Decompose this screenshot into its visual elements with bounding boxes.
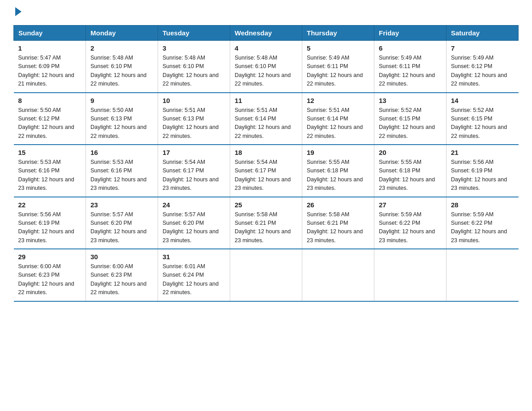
day-number: 20 xyxy=(379,149,442,156)
day-info: Sunrise: 5:51 AMSunset: 6:14 PMDaylight:… xyxy=(307,107,363,139)
day-info: Sunrise: 5:50 AMSunset: 6:12 PMDaylight:… xyxy=(18,107,74,139)
day-info: Sunrise: 6:00 AMSunset: 6:23 PMDaylight:… xyxy=(90,263,146,295)
calendar-cell: 3 Sunrise: 5:48 AMSunset: 6:10 PMDayligh… xyxy=(158,41,230,93)
day-info: Sunrise: 5:47 AMSunset: 6:09 PMDaylight:… xyxy=(18,55,74,87)
day-number: 9 xyxy=(90,97,153,104)
calendar-cell: 17 Sunrise: 5:54 AMSunset: 6:17 PMDaylig… xyxy=(158,145,230,197)
day-number: 23 xyxy=(90,201,153,209)
col-header-wednesday: Wednesday xyxy=(230,26,302,41)
calendar-cell: 2 Sunrise: 5:48 AMSunset: 6:10 PMDayligh… xyxy=(86,41,158,93)
calendar-cell: 6 Sunrise: 5:49 AMSunset: 6:11 PMDayligh… xyxy=(374,41,446,93)
day-info: Sunrise: 5:59 AMSunset: 6:22 PMDaylight:… xyxy=(451,211,507,244)
calendar-cell: 15 Sunrise: 5:53 AMSunset: 6:16 PMDaylig… xyxy=(14,145,86,197)
day-number: 28 xyxy=(451,201,514,209)
col-header-thursday: Thursday xyxy=(302,26,374,41)
day-info: Sunrise: 5:59 AMSunset: 6:22 PMDaylight:… xyxy=(379,211,435,244)
day-number: 29 xyxy=(18,253,82,261)
day-info: Sunrise: 5:52 AMSunset: 6:15 PMDaylight:… xyxy=(451,107,507,139)
calendar-cell: 23 Sunrise: 5:57 AMSunset: 6:20 PMDaylig… xyxy=(86,197,158,249)
day-number: 7 xyxy=(451,44,514,52)
page-header xyxy=(13,9,519,16)
calendar-cell: 22 Sunrise: 5:56 AMSunset: 6:19 PMDaylig… xyxy=(14,197,86,249)
calendar-cell: 5 Sunrise: 5:49 AMSunset: 6:11 PMDayligh… xyxy=(302,41,374,93)
day-info: Sunrise: 5:53 AMSunset: 6:16 PMDaylight:… xyxy=(90,159,146,191)
calendar-cell xyxy=(302,249,374,301)
day-number: 26 xyxy=(307,201,369,209)
calendar-cell: 27 Sunrise: 5:59 AMSunset: 6:22 PMDaylig… xyxy=(374,197,446,249)
day-info: Sunrise: 5:57 AMSunset: 6:20 PMDaylight:… xyxy=(163,211,219,244)
calendar-cell: 20 Sunrise: 5:55 AMSunset: 6:18 PMDaylig… xyxy=(374,145,446,197)
day-info: Sunrise: 5:53 AMSunset: 6:16 PMDaylight:… xyxy=(18,159,74,191)
day-number: 17 xyxy=(163,149,225,156)
day-info: Sunrise: 5:54 AMSunset: 6:17 PMDaylight:… xyxy=(235,159,291,191)
calendar-header-row: SundayMondayTuesdayWednesdayThursdayFrid… xyxy=(14,26,519,41)
calendar-cell: 19 Sunrise: 5:55 AMSunset: 6:18 PMDaylig… xyxy=(302,145,374,197)
day-info: Sunrise: 5:48 AMSunset: 6:10 PMDaylight:… xyxy=(163,55,219,87)
day-number: 4 xyxy=(235,44,297,52)
day-number: 6 xyxy=(379,44,442,52)
day-number: 13 xyxy=(379,97,442,104)
day-info: Sunrise: 5:56 AMSunset: 6:19 PMDaylight:… xyxy=(451,159,507,191)
col-header-friday: Friday xyxy=(374,26,446,41)
day-info: Sunrise: 5:55 AMSunset: 6:18 PMDaylight:… xyxy=(307,159,363,191)
day-info: Sunrise: 5:51 AMSunset: 6:14 PMDaylight:… xyxy=(235,107,291,139)
calendar-cell: 4 Sunrise: 5:48 AMSunset: 6:10 PMDayligh… xyxy=(230,41,302,93)
day-number: 11 xyxy=(235,97,297,104)
calendar-cell: 14 Sunrise: 5:52 AMSunset: 6:15 PMDaylig… xyxy=(446,93,519,145)
calendar-cell: 18 Sunrise: 5:54 AMSunset: 6:17 PMDaylig… xyxy=(230,145,302,197)
day-info: Sunrise: 5:49 AMSunset: 6:11 PMDaylight:… xyxy=(307,55,363,87)
calendar-cell: 26 Sunrise: 5:58 AMSunset: 6:21 PMDaylig… xyxy=(302,197,374,249)
day-info: Sunrise: 5:49 AMSunset: 6:12 PMDaylight:… xyxy=(451,55,507,87)
calendar-week-row: 29 Sunrise: 6:00 AMSunset: 6:23 PMDaylig… xyxy=(14,249,519,301)
calendar-cell: 31 Sunrise: 6:01 AMSunset: 6:24 PMDaylig… xyxy=(158,249,230,301)
col-header-sunday: Sunday xyxy=(14,26,86,41)
calendar-cell xyxy=(446,249,519,301)
calendar-cell: 25 Sunrise: 5:58 AMSunset: 6:21 PMDaylig… xyxy=(230,197,302,249)
day-number: 10 xyxy=(163,97,225,104)
calendar-cell: 16 Sunrise: 5:53 AMSunset: 6:16 PMDaylig… xyxy=(86,145,158,197)
calendar-cell xyxy=(374,249,446,301)
calendar-cell: 13 Sunrise: 5:52 AMSunset: 6:15 PMDaylig… xyxy=(374,93,446,145)
calendar-week-row: 22 Sunrise: 5:56 AMSunset: 6:19 PMDaylig… xyxy=(14,197,519,249)
calendar-cell: 11 Sunrise: 5:51 AMSunset: 6:14 PMDaylig… xyxy=(230,93,302,145)
day-number: 2 xyxy=(90,44,153,52)
day-number: 21 xyxy=(451,149,514,156)
day-number: 3 xyxy=(163,44,225,52)
day-number: 19 xyxy=(307,149,369,156)
day-info: Sunrise: 5:49 AMSunset: 6:11 PMDaylight:… xyxy=(379,55,435,87)
day-info: Sunrise: 5:48 AMSunset: 6:10 PMDaylight:… xyxy=(235,55,291,87)
calendar-week-row: 15 Sunrise: 5:53 AMSunset: 6:16 PMDaylig… xyxy=(14,145,519,197)
calendar-cell: 7 Sunrise: 5:49 AMSunset: 6:12 PMDayligh… xyxy=(446,41,519,93)
day-number: 14 xyxy=(451,97,514,104)
day-number: 12 xyxy=(307,97,369,104)
calendar-cell: 29 Sunrise: 6:00 AMSunset: 6:23 PMDaylig… xyxy=(14,249,86,301)
calendar-cell: 30 Sunrise: 6:00 AMSunset: 6:23 PMDaylig… xyxy=(86,249,158,301)
day-number: 16 xyxy=(90,149,153,156)
calendar-cell: 10 Sunrise: 5:51 AMSunset: 6:13 PMDaylig… xyxy=(158,93,230,145)
day-info: Sunrise: 5:58 AMSunset: 6:21 PMDaylight:… xyxy=(307,211,363,244)
day-info: Sunrise: 5:54 AMSunset: 6:17 PMDaylight:… xyxy=(163,159,219,191)
day-info: Sunrise: 5:51 AMSunset: 6:13 PMDaylight:… xyxy=(163,107,219,139)
day-number: 8 xyxy=(18,97,82,104)
logo-arrow-icon xyxy=(15,7,21,16)
day-number: 15 xyxy=(18,149,82,156)
calendar-cell: 1 Sunrise: 5:47 AMSunset: 6:09 PMDayligh… xyxy=(14,41,86,93)
day-number: 30 xyxy=(90,253,153,261)
day-info: Sunrise: 5:52 AMSunset: 6:15 PMDaylight:… xyxy=(379,107,435,139)
calendar-table: SundayMondayTuesdayWednesdayThursdayFrid… xyxy=(13,25,519,302)
day-info: Sunrise: 5:55 AMSunset: 6:18 PMDaylight:… xyxy=(379,159,435,191)
day-number: 31 xyxy=(163,253,225,261)
day-number: 27 xyxy=(379,201,442,209)
logo xyxy=(13,9,21,16)
day-info: Sunrise: 5:56 AMSunset: 6:19 PMDaylight:… xyxy=(18,211,74,244)
calendar-cell: 28 Sunrise: 5:59 AMSunset: 6:22 PMDaylig… xyxy=(446,197,519,249)
day-info: Sunrise: 5:50 AMSunset: 6:13 PMDaylight:… xyxy=(90,107,146,139)
calendar-cell: 8 Sunrise: 5:50 AMSunset: 6:12 PMDayligh… xyxy=(14,93,86,145)
col-header-tuesday: Tuesday xyxy=(158,26,230,41)
day-number: 24 xyxy=(163,201,225,209)
calendar-week-row: 1 Sunrise: 5:47 AMSunset: 6:09 PMDayligh… xyxy=(14,41,519,93)
day-info: Sunrise: 5:58 AMSunset: 6:21 PMDaylight:… xyxy=(235,211,291,244)
day-info: Sunrise: 5:57 AMSunset: 6:20 PMDaylight:… xyxy=(90,211,146,244)
col-header-monday: Monday xyxy=(86,26,158,41)
calendar-cell: 9 Sunrise: 5:50 AMSunset: 6:13 PMDayligh… xyxy=(86,93,158,145)
